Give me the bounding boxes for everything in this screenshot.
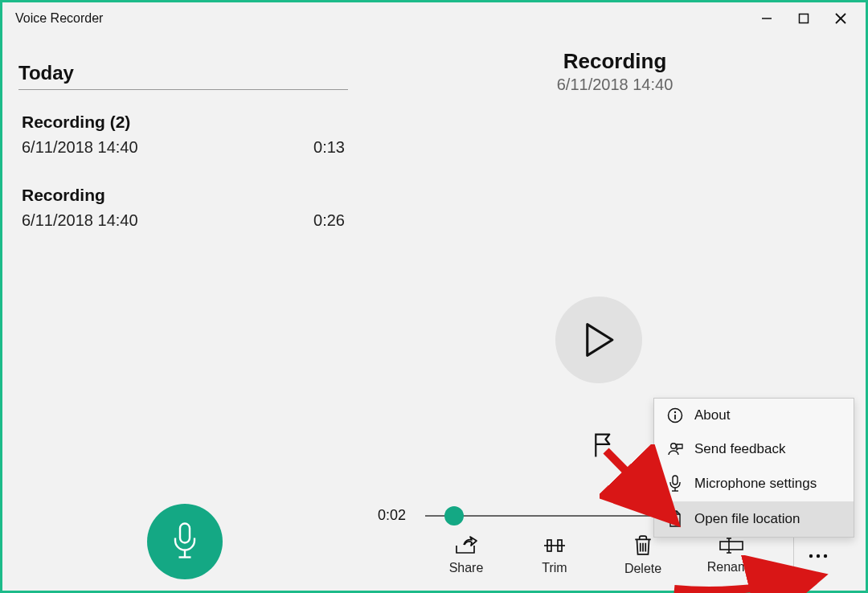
delete-label: Delete [624, 562, 661, 576]
menu-mic-settings[interactable]: Microphone settings [654, 466, 854, 501]
trash-icon [633, 534, 653, 557]
app-window: Voice Recorder Today Recording (2) 6/11/… [0, 0, 868, 593]
more-menu: About Send feedback Microphone settings … [653, 398, 854, 538]
add-marker-button[interactable] [592, 431, 616, 462]
svg-marker-7 [588, 325, 612, 356]
menu-about-label: About [694, 407, 730, 423]
microphone-icon [667, 475, 683, 493]
svg-rect-20 [673, 476, 678, 485]
recording-list-item[interactable]: Recording 6/11/2018 14:40 0:26 [18, 163, 348, 236]
titlebar: Voice Recorder [2, 2, 866, 35]
close-icon [834, 12, 847, 25]
menu-send-feedback[interactable]: Send feedback [654, 432, 854, 466]
share-icon [454, 535, 478, 556]
svg-point-15 [823, 554, 826, 557]
feedback-icon [667, 441, 683, 457]
play-button[interactable] [555, 296, 642, 383]
trim-label: Trim [542, 561, 567, 575]
delete-button[interactable]: Delete [616, 534, 669, 576]
recording-duration: 0:26 [313, 211, 345, 230]
section-header: Today [18, 35, 348, 90]
minimize-icon [761, 13, 772, 24]
rename-label: Rename [707, 560, 755, 575]
body: Today Recording (2) 6/11/2018 14:40 0:13… [2, 35, 866, 591]
trim-icon [542, 535, 567, 556]
info-icon [667, 407, 683, 423]
menu-mic-label: Microphone settings [694, 476, 817, 492]
svg-rect-11 [720, 542, 743, 550]
window-controls [748, 6, 859, 31]
file-icon [667, 510, 683, 528]
menu-open-file-location[interactable]: Open file location [654, 501, 854, 537]
share-button[interactable]: Share [440, 535, 493, 575]
rename-button[interactable]: Rename [705, 536, 758, 575]
maximize-icon [798, 13, 809, 24]
ellipsis-icon [808, 553, 829, 559]
microphone-icon [170, 522, 199, 561]
svg-rect-1 [800, 14, 809, 23]
app-title: Voice Recorder [15, 11, 103, 26]
maximize-button[interactable] [785, 6, 822, 31]
recording-title: Recording [22, 186, 345, 205]
recording-date: 6/11/2018 14:40 [22, 211, 138, 230]
play-icon [583, 322, 615, 358]
svg-point-14 [816, 554, 819, 557]
menu-feedback-label: Send feedback [694, 441, 785, 457]
share-label: Share [449, 561, 484, 575]
svg-point-19 [671, 444, 677, 449]
flag-icon [592, 431, 616, 459]
detail-title: Recording [364, 49, 866, 74]
menu-about[interactable]: About [654, 399, 854, 432]
trim-button[interactable]: Trim [528, 535, 581, 575]
detail-date: 6/11/2018 14:40 [364, 76, 866, 94]
recording-title: Recording (2) [22, 112, 345, 132]
recording-date: 6/11/2018 14:40 [22, 138, 138, 157]
svg-point-13 [809, 554, 812, 557]
timeline-thumb[interactable] [444, 506, 464, 526]
playback-time: 0:02 [371, 507, 406, 524]
record-button[interactable] [147, 504, 223, 579]
menu-open-label: Open file location [694, 511, 800, 527]
close-button[interactable] [822, 6, 859, 31]
recording-list-item[interactable]: Recording (2) 6/11/2018 14:40 0:13 [18, 90, 348, 163]
svg-rect-4 [180, 524, 190, 543]
detail-header: Recording 6/11/2018 14:40 [364, 35, 866, 94]
rename-icon [719, 536, 744, 555]
recording-duration: 0:13 [313, 138, 345, 157]
svg-point-17 [674, 411, 676, 413]
more-button[interactable] [793, 535, 841, 575]
detail-pane: Recording 6/11/2018 14:40 0:02 [364, 35, 866, 591]
minimize-button[interactable] [748, 6, 785, 31]
recordings-pane: Today Recording (2) 6/11/2018 14:40 0:13… [2, 35, 364, 591]
